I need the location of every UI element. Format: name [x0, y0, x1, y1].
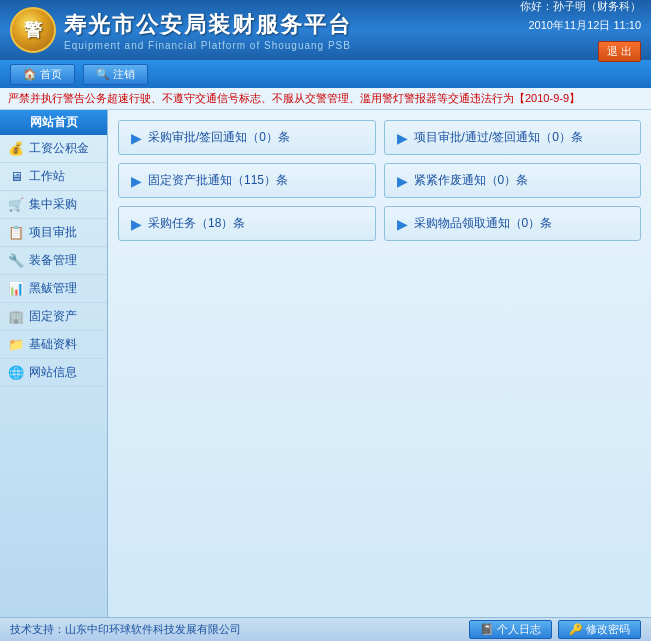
arrow-icon-2: ▶ — [131, 173, 142, 189]
footer: 技术支持：山东中印环球软件科技发展有限公司 📓 个人日志 🔑 修改密码 — [0, 617, 651, 641]
arrow-icon-3: ▶ — [397, 173, 408, 189]
footer-tech-label: 技术支持：山东中印环球软件科技发展有限公司 — [10, 622, 241, 637]
sidebar-item-jicaigou[interactable]: 🛒 集中采购 — [0, 191, 107, 219]
wangzhanxinxi-icon: 🌐 — [8, 365, 24, 381]
header-title-en: Equipment and Financial Platform of Shou… — [64, 40, 520, 51]
header-right: 你好：孙子明（财务科） 2010年11月12日 11:10 退 出 — [520, 0, 641, 62]
sidebar-item-gongzuozhan[interactable]: 🖥 工作站 — [0, 163, 107, 191]
sidebar-item-gudingzichan[interactable]: 🏢 固定资产 — [0, 303, 107, 331]
header-title-block: 寿光市公安局装财服务平台 Equipment and Financial Pla… — [64, 10, 520, 51]
heiangjiguanli-icon: 📊 — [8, 281, 24, 297]
marquee-bar: 严禁并执行警告公务超速行驶、不遵守交通信号标志、不服从交警管理、滥用警灯警报器等… — [0, 88, 651, 110]
nav-home-button[interactable]: 🏠 首页 — [10, 64, 75, 85]
notif-gudingzichan[interactable]: ▶ 固定资产批通知（115）条 — [118, 163, 376, 198]
sidebar-item-gongjijin[interactable]: 💰 工资公积金 — [0, 135, 107, 163]
diary-button[interactable]: 📓 个人日志 — [469, 620, 552, 639]
logo-emblem: 警 — [10, 7, 56, 53]
notif-caigoushenpi[interactable]: ▶ 采购审批/签回通知（0）条 — [118, 120, 376, 155]
footer-buttons: 📓 个人日志 🔑 修改密码 — [469, 620, 641, 639]
notif-caigoulingqu[interactable]: ▶ 采购物品领取通知（0）条 — [384, 206, 642, 241]
zhuangbeiguanli-icon: 🔧 — [8, 253, 24, 269]
sidebar-item-xiangmushenpi[interactable]: 📋 项目审批 — [0, 219, 107, 247]
sidebar-item-jichuziliao[interactable]: 📁 基础资料 — [0, 331, 107, 359]
gongjijin-icon: 💰 — [8, 141, 24, 157]
header-datetime: 2010年11月12日 11:10 — [528, 18, 641, 33]
main-layout: 网站首页 💰 工资公积金 🖥 工作站 🛒 集中采购 📋 项目审批 🔧 装备管理 … — [0, 110, 651, 617]
xiangmushenpi-icon: 📋 — [8, 225, 24, 241]
jicaigou-icon: 🛒 — [8, 197, 24, 213]
header-user-info: 你好：孙子明（财务科） — [520, 0, 641, 14]
arrow-icon-0: ▶ — [131, 130, 142, 146]
logout-button[interactable]: 退 出 — [598, 41, 641, 62]
sidebar-header: 网站首页 — [0, 110, 107, 135]
header: 警 寿光市公安局装财服务平台 Equipment and Financial P… — [0, 0, 651, 60]
jichuziliao-icon: 📁 — [8, 337, 24, 353]
nav-refresh-button[interactable]: 🔍 注销 — [83, 64, 148, 85]
sidebar-item-wangzhanxinxi[interactable]: 🌐 网站信息 — [0, 359, 107, 387]
sidebar-item-zhuangbeiguanli[interactable]: 🔧 装备管理 — [0, 247, 107, 275]
search-icon: 🔍 — [96, 68, 110, 81]
header-buttons: 退 出 — [598, 41, 641, 62]
password-button[interactable]: 🔑 修改密码 — [558, 620, 641, 639]
notif-caigourenwu[interactable]: ▶ 采购任务（18）条 — [118, 206, 376, 241]
password-icon: 🔑 — [569, 623, 583, 636]
home-icon: 🏠 — [23, 68, 37, 81]
arrow-icon-1: ▶ — [397, 130, 408, 146]
nav-bar: 🏠 首页 🔍 注销 — [0, 60, 651, 88]
notif-jinjichuzu[interactable]: ▶ 紧紧作废通知（0）条 — [384, 163, 642, 198]
arrow-icon-4: ▶ — [131, 216, 142, 232]
marquee-text: 严禁并执行警告公务超速行驶、不遵守交通信号标志、不服从交警管理、滥用警灯警报器等… — [8, 91, 580, 106]
diary-icon: 📓 — [480, 623, 494, 636]
arrow-icon-5: ▶ — [397, 216, 408, 232]
notif-xiangmushenpi[interactable]: ▶ 项目审批/通过/签回通知（0）条 — [384, 120, 642, 155]
header-title-cn: 寿光市公安局装财服务平台 — [64, 10, 520, 40]
gongzuozhan-icon: 🖥 — [8, 169, 24, 185]
gudingzichan-icon: 🏢 — [8, 309, 24, 325]
sidebar: 网站首页 💰 工资公积金 🖥 工作站 🛒 集中采购 📋 项目审批 🔧 装备管理 … — [0, 110, 108, 617]
content-area: ▶ 采购审批/签回通知（0）条 ▶ 项目审批/通过/签回通知（0）条 ▶ 固定资… — [108, 110, 651, 617]
notification-grid: ▶ 采购审批/签回通知（0）条 ▶ 项目审批/通过/签回通知（0）条 ▶ 固定资… — [118, 120, 641, 241]
sidebar-item-heiangjiguanli[interactable]: 📊 黑鲅管理 — [0, 275, 107, 303]
